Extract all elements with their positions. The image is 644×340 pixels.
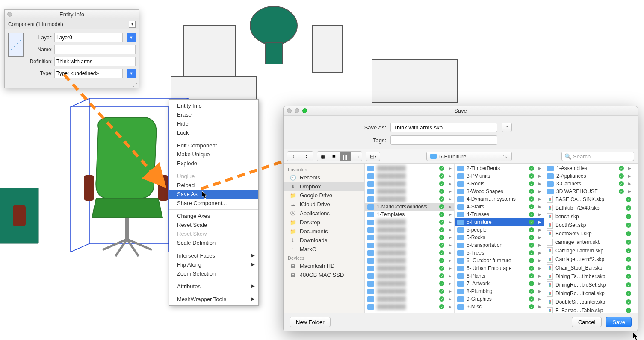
sidebar-item-macintosh-hd[interactable]: ⊟Macintosh HD [284, 261, 364, 270]
menu-item-reset-scale[interactable]: Reset Scale [169, 220, 258, 229]
menu-item-erase[interactable]: Erase [169, 110, 258, 119]
folder-row[interactable]: 6- Outdoor furniture✓▶ [455, 257, 544, 264]
resize-grip[interactable]: ⋰ [5, 82, 139, 88]
folder-row[interactable]: ████████✓▶ [365, 287, 454, 295]
folder-row[interactable]: ████████✓▶ [365, 218, 454, 226]
file-row[interactable]: Carriage Lantern.skp✓ [544, 246, 634, 255]
file-row[interactable]: F_Barsto…Table.skp✓ [544, 306, 634, 313]
folder-row[interactable]: ████████✓▶ [365, 188, 454, 195]
folder-row[interactable]: 4-Trusses✓▶ [455, 211, 544, 218]
layer-input[interactable] [54, 33, 123, 42]
folder-row[interactable]: 7- Artwork✓▶ [455, 280, 544, 287]
group-by-button[interactable]: ⊞ ▾ [366, 152, 380, 161]
folder-row[interactable]: 5-Trees✓▶ [455, 249, 544, 257]
file-row[interactable]: BoothSet#1.skp✓ [544, 229, 634, 238]
expand-icon[interactable]: ✦ [129, 21, 136, 28]
sidebar-item-markc[interactable]: ⌂MarkC [284, 245, 364, 254]
folder-row[interactable]: 5-Furniture✓▶ [455, 218, 544, 226]
sidebar-item-desktop[interactable]: 📁Desktop [284, 218, 364, 227]
search-input[interactable]: 🔍 Search [561, 152, 634, 161]
sidebar-item-dropbox[interactable]: ⬇Dropbox [284, 182, 364, 191]
folder-row[interactable]: 5-people✓▶ [455, 226, 544, 234]
sidebar-item-documents[interactable]: 📁Documents [284, 227, 364, 236]
folder-row[interactable]: ████████✓▶ [365, 164, 454, 172]
folder-row[interactable]: ████████✓▶ [365, 226, 454, 234]
folder-row[interactable]: 1-Templates✓▶ [365, 211, 454, 218]
sidebar-item-480gb-mac-ssd[interactable]: ⊟480GB MAC SSD [284, 270, 364, 279]
folder-row[interactable]: ████████✓▶ [365, 257, 454, 264]
traffic-lights[interactable] [287, 108, 307, 113]
file-row[interactable]: BoothSet.skp✓ [544, 221, 634, 229]
menu-item-make-unique[interactable]: Make Unique [169, 150, 258, 159]
folder-row[interactable]: 5-transportation✓▶ [455, 241, 544, 249]
nav-buttons[interactable]: ‹ › [287, 151, 313, 161]
menu-item-meshwrapper-tools[interactable]: MeshWrapper Tools▶ [169, 295, 258, 304]
folder-row[interactable]: ████████✓▶ [365, 234, 454, 241]
type-input[interactable] [54, 69, 123, 78]
folder-row[interactable]: ████████✓▶ [365, 264, 454, 272]
menu-item-reload[interactable]: Reload [169, 181, 258, 190]
icon-view-button[interactable]: ▦ [317, 152, 328, 161]
save-dialog-titlebar[interactable]: Save [284, 106, 638, 116]
folder-row[interactable]: ████████✓▶ [365, 272, 454, 280]
column-2[interactable]: 1-Assemblies✓▶2-Appliances✓▶3-Cabinets✓▶… [544, 164, 634, 313]
chevron-down-icon[interactable]: ▼ [127, 33, 136, 42]
path-selector[interactable]: 5-Furniture ⌃⌄ [426, 152, 512, 161]
list-view-button[interactable]: ≡ [328, 152, 340, 161]
menu-item-intersect-faces[interactable]: Intersect Faces▶ [169, 251, 258, 260]
folder-row[interactable]: ████████✓▶ [365, 195, 454, 203]
sidebar-item-applications[interactable]: ⒶApplications [284, 209, 364, 218]
file-row[interactable]: BASE CA…SINK.skp✓ [544, 195, 634, 204]
folder-row[interactable]: 9-Graphics✓▶ [455, 295, 544, 303]
menu-item-hide[interactable]: Hide [169, 119, 258, 128]
file-row[interactable]: DiningRo…bleSet.skp✓ [544, 281, 634, 289]
folder-row[interactable]: 3-Cabinets✓▶ [544, 180, 634, 188]
file-row[interactable]: Chair_Stool_Bar.skp✓ [544, 264, 634, 272]
file-row[interactable]: Dining Ta…timber.skp✓ [544, 272, 634, 281]
folder-row[interactable]: 3-PV units✓▶ [455, 172, 544, 180]
folder-row[interactable]: 3-Roofs✓▶ [455, 180, 544, 188]
sidebar-item-icloud-drive[interactable]: ☁iCloud Drive [284, 200, 364, 209]
folder-row[interactable]: ████████✓▶ [365, 295, 454, 303]
menu-item-explode[interactable]: Explode [169, 159, 258, 168]
menu-item-entity-info[interactable]: Entity Info [169, 101, 258, 110]
definition-input[interactable] [54, 57, 136, 66]
sidebar-item-downloads[interactable]: ⤓Downloads [284, 236, 364, 245]
name-input[interactable] [54, 45, 136, 54]
folder-row[interactable]: 2-Appliances✓▶ [544, 172, 634, 180]
menu-item-scale-definition[interactable]: Scale Definition [169, 238, 258, 247]
layer-select[interactable]: ▼ [54, 33, 136, 42]
folder-row[interactable]: 6-Plants✓▶ [455, 272, 544, 280]
menu-item-save-as[interactable]: Save As [169, 190, 258, 199]
folder-row[interactable]: 1-MarkDoorsWindows✓▶ [365, 203, 454, 211]
menu-item-share-component-[interactable]: Share Component... [169, 199, 258, 208]
collapse-toggle[interactable]: ^ [502, 123, 512, 132]
folder-row[interactable]: ████████✓▶ [365, 303, 454, 311]
folder-row[interactable]: ████████✓▶ [365, 249, 454, 257]
sidebar-item-google-drive[interactable]: 📁Google Drive [284, 191, 364, 200]
menu-item-zoom-selection[interactable]: Zoom Selection [169, 269, 258, 278]
folder-row[interactable]: ████████✓▶ [365, 241, 454, 249]
folder-row[interactable]: 2-TimberBents✓▶ [455, 164, 544, 172]
file-row[interactable]: Bathtub_72x48.skp✓ [544, 204, 634, 212]
folder-row[interactable]: ████████✓▶ [365, 280, 454, 287]
file-row[interactable]: Carriage…tern#2.skp✓ [544, 255, 634, 264]
file-row[interactable]: DiningRo…itional.skp✓ [544, 289, 634, 298]
save-as-input[interactable] [390, 123, 497, 132]
entity-info-titlebar[interactable]: Entity Info [5, 10, 139, 19]
menu-item-attributes[interactable]: Attributes▶ [169, 282, 258, 291]
folder-row[interactable]: 3-Wood Shapes✓▶ [455, 188, 544, 195]
new-folder-button[interactable]: New Folder [290, 317, 331, 327]
folder-row[interactable]: 4-Dynami…r systems✓▶ [455, 195, 544, 203]
folder-row[interactable]: ████████✓▶ [365, 172, 454, 180]
type-select[interactable]: ▼ [54, 69, 136, 78]
cancel-button[interactable]: Cancel [572, 317, 602, 327]
folder-row[interactable]: 5-Rocks✓▶ [455, 234, 544, 241]
folder-row[interactable]: 8-Plumbing✓▶ [455, 287, 544, 295]
view-mode-toggle[interactable]: ▦ ≡ ||| ▭ [317, 151, 362, 161]
forward-button[interactable]: › [300, 152, 313, 161]
file-row[interactable]: carriage lantern.skb✓ [544, 238, 634, 246]
menu-item-change-axes[interactable]: Change Axes [169, 211, 258, 220]
folder-row[interactable]: 3D WAREHOUSE✓▶ [544, 188, 634, 195]
folder-row[interactable]: 9-Misc✓▶ [455, 303, 544, 311]
